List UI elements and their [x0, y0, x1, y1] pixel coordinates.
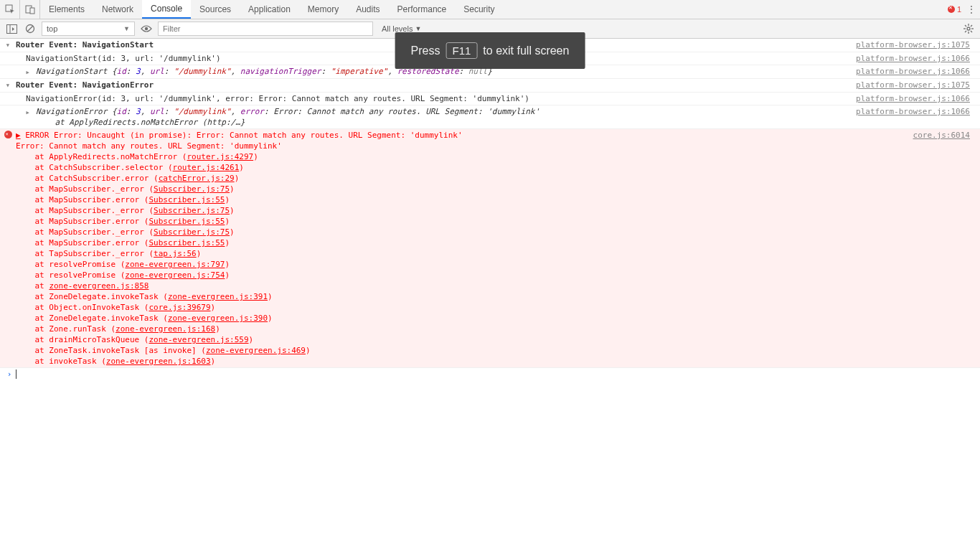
log-message: Router Event: NavigationError	[16, 80, 856, 90]
source-link[interactable]: platform-browser.js:1075	[856, 39, 977, 50]
chevron-down-icon: ▼	[123, 25, 130, 32]
device-mode-icon[interactable]	[20, 0, 40, 19]
error-message: ▶ ERROR Error: Uncaught (in promise): Er…	[16, 130, 913, 367]
filter-input[interactable]	[158, 22, 373, 36]
console-prompt[interactable]: ›	[0, 368, 980, 380]
log-message: NavigationError {id: 3, url: "/dummylink…	[36, 106, 856, 128]
toast-text: to exit full screen	[483, 44, 569, 57]
svg-line-14	[971, 31, 972, 32]
toast-key: F11	[446, 42, 477, 59]
context-selector[interactable]: top▼	[42, 22, 135, 36]
chevron-down-icon: ▼	[415, 25, 421, 32]
error-count-badge[interactable]: 1	[948, 5, 961, 14]
fullscreen-toast: Press F11 to exit full screen	[395, 32, 585, 69]
show-sidebar-icon[interactable]	[4, 22, 19, 36]
svg-point-7	[145, 27, 148, 30]
source-link[interactable]: core.js:6014	[913, 130, 977, 141]
panel-tabs: Elements Network Console Sources Applica…	[40, 0, 948, 19]
source-link[interactable]: platform-browser.js:1066	[856, 66, 977, 77]
tab-security[interactable]: Security	[455, 0, 503, 19]
tab-network[interactable]: Network	[93, 0, 142, 19]
source-link[interactable]: platform-browser.js:1075	[856, 80, 977, 90]
console-settings-icon[interactable]	[961, 22, 976, 36]
devtools-tabbar: Elements Network Console Sources Applica…	[0, 0, 980, 19]
source-link[interactable]: platform-browser.js:1066	[856, 53, 977, 64]
svg-line-16	[971, 25, 972, 27]
live-expression-icon[interactable]	[139, 22, 154, 36]
tab-sources[interactable]: Sources	[191, 0, 240, 19]
source-link[interactable]: platform-browser.js:1066	[856, 93, 977, 104]
tab-application[interactable]: Application	[240, 0, 299, 19]
clear-console-icon[interactable]	[23, 22, 37, 36]
svg-point-8	[967, 27, 970, 30]
error-count: 1	[957, 5, 961, 14]
tab-elements[interactable]: Elements	[40, 0, 93, 19]
more-menu-icon[interactable]: ⋮	[966, 4, 977, 15]
error-entry[interactable]: ▶ ERROR Error: Uncaught (in promise): Er…	[0, 129, 980, 368]
error-icon	[4, 131, 12, 138]
svg-line-6	[27, 26, 33, 32]
tab-console[interactable]: Console	[142, 0, 191, 19]
source-link[interactable]: platform-browser.js:1066	[856, 106, 977, 117]
svg-rect-3	[6, 24, 17, 33]
log-entry: NavigationError(id: 3, url: '/dummylink'…	[0, 93, 980, 105]
log-message: NavigationError(id: 3, url: '/dummylink'…	[26, 93, 856, 104]
svg-line-13	[965, 25, 966, 27]
log-group[interactable]: ▶ Router Event: NavigationError platform…	[0, 79, 980, 93]
svg-line-15	[965, 31, 966, 32]
svg-rect-2	[30, 8, 34, 14]
inspect-icon[interactable]	[0, 0, 20, 19]
prompt-caret-icon: ›	[3, 369, 16, 379]
tab-audits[interactable]: Audits	[347, 0, 388, 19]
tab-memory[interactable]: Memory	[299, 0, 347, 19]
tab-performance[interactable]: Performance	[389, 0, 456, 19]
toast-text: Press	[411, 44, 440, 57]
context-label: top	[47, 24, 57, 33]
log-object[interactable]: ▶ NavigationError {id: 3, url: "/dummyli…	[0, 105, 980, 129]
console-messages: ▶ Router Event: NavigationStart platform…	[0, 39, 980, 551]
